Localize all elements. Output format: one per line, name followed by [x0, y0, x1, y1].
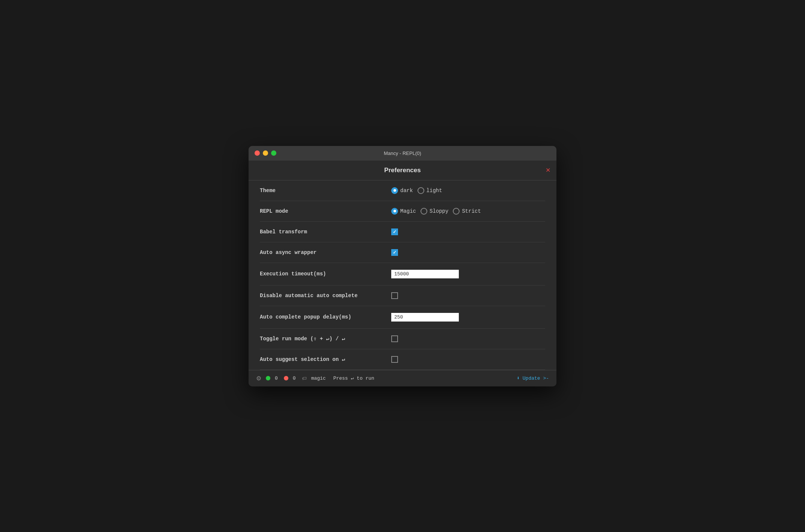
exec-timeout-control	[391, 270, 459, 278]
autocomplete-delay-control	[391, 313, 459, 322]
async-wrapper-label: Auto async wrapper	[260, 249, 391, 255]
status-bar: ⚙ 0 0 🏷 magic Press ↵ to run ⬇ Update >-	[249, 370, 556, 386]
repl-strict-radio[interactable]	[453, 208, 460, 215]
window-title: Mancy - REPL(0)	[384, 150, 421, 156]
maximize-button[interactable]	[271, 150, 276, 156]
auto-suggest-label: Auto suggest selection on ↵	[260, 356, 391, 362]
theme-light-option[interactable]: light	[418, 187, 442, 194]
babel-checkbox[interactable]	[391, 228, 398, 235]
babel-control	[391, 228, 398, 235]
exec-timeout-label: Execution timeout(ms)	[260, 271, 391, 277]
tag-icon: 🏷	[302, 376, 307, 381]
async-wrapper-checkbox[interactable]	[391, 249, 398, 256]
close-button[interactable]	[255, 150, 260, 156]
theme-row: Theme dark light	[260, 180, 545, 201]
red-count: 0	[293, 376, 296, 381]
prefs-title: Preferences	[384, 167, 421, 174]
babel-label: Babel transform	[260, 229, 391, 235]
mode-label: magic	[311, 376, 326, 381]
repl-strict-label: Strict	[462, 208, 481, 214]
theme-dark-label: dark	[400, 188, 413, 194]
repl-mode-control: Magic Sloppy Strict	[391, 208, 481, 215]
gear-icon[interactable]: ⚙	[256, 375, 261, 382]
autocomplete-delay-input[interactable]	[391, 313, 459, 322]
auto-suggest-control	[391, 356, 398, 363]
green-status-dot	[266, 376, 270, 380]
disable-autocomplete-checkbox[interactable]	[391, 292, 398, 299]
red-status-dot	[284, 376, 288, 380]
prefs-content: Theme dark light REPL mode	[249, 180, 556, 370]
toggle-run-mode-label: Toggle run mode (⇧ + ↵) / ↵	[260, 335, 391, 342]
autocomplete-delay-label: Auto complete popup delay(ms)	[260, 314, 391, 320]
exec-timeout-row: Execution timeout(ms)	[260, 263, 545, 286]
update-button[interactable]: ⬇ Update >-	[517, 375, 549, 381]
disable-autocomplete-label: Disable automatic auto complete	[260, 293, 391, 299]
prefs-close-button[interactable]: ✕	[546, 167, 550, 173]
auto-suggest-row: Auto suggest selection on ↵	[260, 349, 545, 370]
async-wrapper-control	[391, 249, 398, 256]
theme-control: dark light	[391, 187, 442, 194]
repl-mode-label: REPL mode	[260, 208, 391, 214]
repl-magic-option[interactable]: Magic	[391, 208, 416, 215]
disable-autocomplete-control	[391, 292, 398, 299]
autocomplete-delay-row: Auto complete popup delay(ms)	[260, 306, 545, 329]
press-hint: Press ↵ to run	[333, 375, 374, 381]
auto-suggest-checkbox[interactable]	[391, 356, 398, 363]
exec-timeout-input[interactable]	[391, 270, 459, 278]
traffic-lights	[255, 150, 276, 156]
disable-autocomplete-row: Disable automatic auto complete	[260, 286, 545, 306]
repl-sloppy-option[interactable]: Sloppy	[421, 208, 448, 215]
minimize-button[interactable]	[263, 150, 268, 156]
theme-label: Theme	[260, 188, 391, 194]
green-count: 0	[275, 376, 278, 381]
repl-magic-label: Magic	[400, 208, 416, 214]
theme-dark-option[interactable]: dark	[391, 187, 413, 194]
theme-light-radio[interactable]	[418, 187, 424, 194]
toggle-run-mode-row: Toggle run mode (⇧ + ↵) / ↵	[260, 329, 545, 349]
prefs-rows: Theme dark light REPL mode	[260, 180, 545, 370]
prefs-header: Preferences ✕	[249, 161, 556, 180]
repl-magic-radio[interactable]	[391, 208, 398, 215]
repl-sloppy-label: Sloppy	[430, 208, 448, 214]
async-wrapper-row: Auto async wrapper	[260, 242, 545, 263]
repl-mode-row: REPL mode Magic Sloppy Strict	[260, 201, 545, 222]
repl-strict-option[interactable]: Strict	[453, 208, 481, 215]
toggle-run-mode-control	[391, 335, 398, 342]
app-window: Mancy - REPL(0) Preferences ✕ Theme dark…	[249, 146, 556, 386]
repl-sloppy-radio[interactable]	[421, 208, 427, 215]
theme-light-label: light	[427, 188, 442, 194]
babel-row: Babel transform	[260, 222, 545, 242]
theme-dark-radio[interactable]	[391, 187, 398, 194]
title-bar: Mancy - REPL(0)	[249, 146, 556, 161]
toggle-run-mode-checkbox[interactable]	[391, 335, 398, 342]
